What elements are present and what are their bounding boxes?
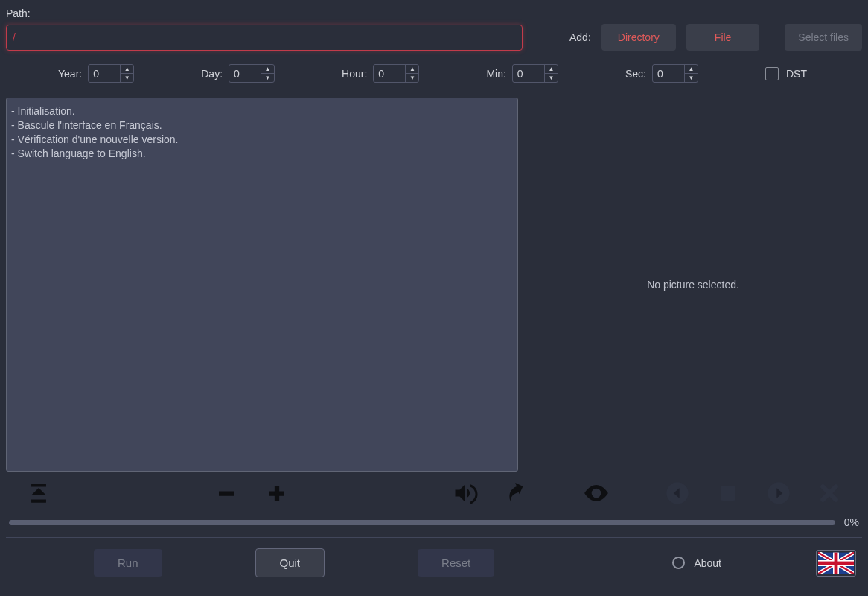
log-line: - Initialisation. — [11, 104, 513, 118]
next-icon[interactable] — [753, 481, 804, 505]
log-line: - Vérification d'une nouvelle version. — [11, 133, 513, 147]
progress-track[interactable] — [9, 520, 835, 525]
media-toolbar — [6, 476, 862, 510]
svg-rect-4 — [721, 486, 735, 501]
run-button[interactable]: Run — [94, 549, 162, 577]
stop-icon[interactable] — [703, 482, 753, 504]
close-icon[interactable] — [804, 482, 855, 504]
min-label: Min: — [486, 68, 505, 80]
path-input[interactable] — [6, 25, 523, 51]
path-row: Add: Directory File Select files — [6, 24, 862, 51]
preview-panel: No picture selected. — [524, 98, 862, 472]
path-label: Path: — [6, 6, 862, 24]
language-flag-button[interactable] — [816, 550, 856, 577]
year-stepper[interactable]: ▲▼ — [88, 64, 134, 83]
svg-rect-10 — [818, 561, 854, 565]
prev-icon[interactable] — [652, 481, 703, 505]
log-line: - Switch language to English. — [11, 147, 513, 161]
minus-icon[interactable] — [201, 482, 252, 504]
dst-checkbox[interactable]: DST — [765, 67, 807, 80]
year-down-icon[interactable]: ▼ — [121, 74, 133, 82]
hour-stepper[interactable]: ▲▼ — [373, 64, 419, 83]
log-line: - Bascule l'interface en Français. — [11, 118, 513, 133]
undo-icon[interactable] — [491, 481, 541, 505]
svg-rect-0 — [219, 492, 234, 496]
year-label: Year: — [58, 68, 82, 80]
select-files-button[interactable]: Select files — [785, 24, 862, 51]
quit-button[interactable]: Quit — [255, 548, 325, 577]
progress-pct: 0% — [844, 516, 859, 528]
sec-label: Sec: — [625, 68, 646, 80]
sec-stepper[interactable]: ▲▼ — [652, 64, 698, 83]
reset-button[interactable]: Reset — [418, 549, 494, 577]
uk-flag-icon — [818, 552, 854, 574]
time-row: Year: ▲▼ Day: ▲▼ Hour: ▲▼ Min: ▲▼ Sec: — [6, 51, 862, 90]
eye-icon[interactable] — [571, 479, 622, 507]
add-file-button[interactable]: File — [686, 24, 760, 51]
add-label: Add: — [569, 31, 591, 43]
hour-label: Hour: — [342, 68, 367, 80]
progress-row: 0% — [6, 516, 862, 528]
day-label: Day: — [201, 68, 223, 80]
download-icon[interactable] — [13, 481, 64, 506]
add-directory-button[interactable]: Directory — [601, 24, 676, 51]
plus-icon[interactable] — [252, 482, 302, 504]
about-radio[interactable] — [672, 557, 685, 569]
about-label: About — [694, 557, 721, 569]
min-stepper[interactable]: ▲▼ — [512, 64, 558, 83]
year-up-icon[interactable]: ▲ — [121, 65, 133, 74]
preview-empty-text: No picture selected. — [647, 279, 739, 291]
checkbox-icon[interactable] — [765, 67, 779, 80]
volume-icon[interactable] — [440, 480, 491, 507]
day-stepper[interactable]: ▲▼ — [229, 64, 275, 83]
svg-rect-2 — [275, 486, 279, 501]
footer-row: Run Quit Reset About — [6, 538, 862, 577]
log-output: - Initialisation. - Bascule l'interface … — [6, 98, 518, 472]
